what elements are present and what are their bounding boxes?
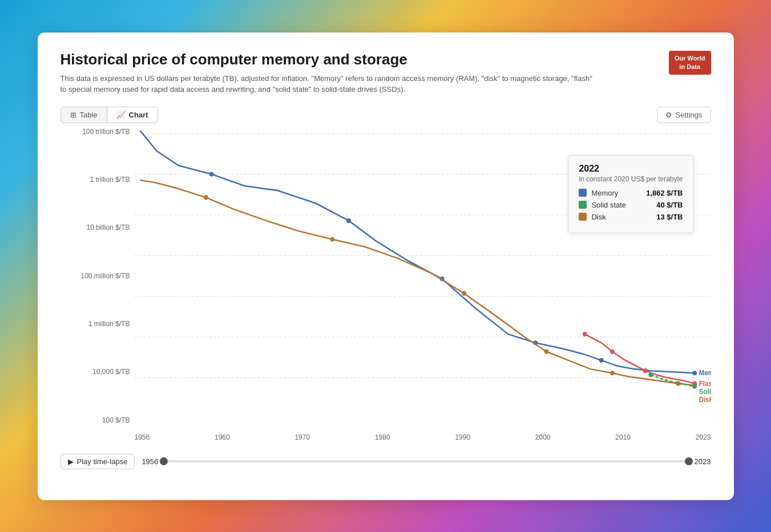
- start-year-label: 1956: [142, 457, 158, 466]
- tooltip-disk-name: Disk: [591, 213, 652, 221]
- slider-thumb-left[interactable]: [160, 457, 168, 465]
- y-label-4: 100 million $/TB: [80, 272, 130, 280]
- svg-point-25: [692, 384, 697, 388]
- memory-swatch: [579, 189, 587, 197]
- flash-end-label: Flash: [699, 379, 711, 387]
- toolbar: ⊞ Table 📈 Chart ⚙ Settings: [60, 107, 711, 123]
- svg-point-21: [610, 349, 615, 354]
- svg-point-16: [544, 349, 548, 354]
- tab-group: ⊞ Table 📈 Chart: [60, 107, 158, 123]
- svg-point-13: [204, 195, 208, 200]
- header-left: Historical price of computer memory and …: [60, 51, 660, 95]
- solidstate-end-label: Solid state: [699, 387, 711, 395]
- owid-logo: Our World in Data: [669, 51, 711, 75]
- y-axis: 100 trillion $/TB 1 trillion $/TB 10 bil…: [60, 128, 135, 424]
- main-card: Historical price of computer memory and …: [38, 33, 734, 500]
- svg-point-15: [462, 291, 466, 295]
- y-label-3: 10 billion $/TB: [86, 224, 130, 232]
- svg-point-7: [209, 172, 213, 176]
- tooltip-row-memory: Memory 1,862 $/TB: [579, 189, 683, 197]
- memory-end-label: Memory: [699, 369, 711, 377]
- x-label-1980: 1980: [375, 433, 390, 441]
- tooltip-disk-value: 13 $/TB: [656, 213, 683, 221]
- tooltip-subtitle: in constant 2020 US$ per terabyte: [579, 175, 683, 183]
- chart-plot: Memory Flash Solid state Disk 2022 in co…: [135, 128, 711, 424]
- play-icon: ▶: [68, 457, 74, 466]
- tooltip-row-disk: Disk 13 $/TB: [579, 213, 683, 221]
- slider-track[interactable]: [164, 460, 688, 462]
- chart-icon: 📈: [116, 111, 126, 119]
- tooltip-memory-name: Memory: [591, 189, 641, 197]
- tooltip-box: 2022 in constant 2020 US$ per terabyte M…: [568, 155, 693, 233]
- end-year-label: 2023: [695, 457, 711, 466]
- x-label-2010: 2010: [615, 433, 631, 441]
- svg-point-20: [582, 332, 587, 336]
- play-button[interactable]: ▶ Play time-lapse: [60, 454, 135, 469]
- slider-thumb-right[interactable]: [685, 457, 693, 465]
- y-label-7: 100 $/TB: [102, 416, 130, 424]
- x-label-2000: 2000: [535, 433, 551, 441]
- tab-chart[interactable]: 📈 Chart: [107, 107, 158, 123]
- tooltip-memory-value: 1,862 $/TB: [646, 189, 683, 197]
- svg-point-12: [692, 371, 697, 375]
- header: Historical price of computer memory and …: [60, 51, 711, 95]
- svg-point-11: [599, 358, 603, 362]
- timebar: ▶ Play time-lapse 1956 2023: [60, 454, 711, 469]
- svg-point-8: [346, 218, 351, 223]
- x-label-1960: 1960: [215, 433, 230, 441]
- tooltip-year: 2022: [579, 164, 683, 174]
- svg-point-22: [643, 368, 647, 373]
- svg-point-14: [330, 237, 334, 241]
- time-slider[interactable]: 1956 2023: [142, 457, 711, 466]
- solidstate-swatch: [579, 201, 587, 209]
- x-label-1956: 1956: [135, 433, 150, 441]
- x-axis: 1956 1960 1970 1980 1990 2000 2010 2023: [135, 433, 711, 441]
- tooltip-solidstate-value: 40 $/TB: [656, 201, 683, 209]
- chart-area: 100 trillion $/TB 1 trillion $/TB 10 bil…: [60, 128, 711, 447]
- settings-button[interactable]: ⚙ Settings: [657, 107, 711, 123]
- tab-table[interactable]: ⊞ Table: [61, 107, 107, 123]
- y-label-1: 100 trillion $/TB: [82, 128, 130, 136]
- y-label-6: 10,000 $/TB: [92, 368, 130, 376]
- table-icon: ⊞: [70, 111, 76, 119]
- disk-swatch: [579, 213, 587, 221]
- page-subtitle: This data is expressed in US dollars per…: [60, 73, 597, 95]
- tooltip-row-solidstate: Solid state 40 $/TB: [579, 201, 683, 209]
- svg-point-17: [610, 371, 615, 375]
- disk-end-label: Disk: [699, 396, 711, 404]
- tooltip-solidstate-name: Solid state: [591, 201, 652, 209]
- y-label-5: 1 million $/TB: [88, 320, 130, 328]
- y-label-2: 1 trillion $/TB: [90, 176, 130, 184]
- gear-icon: ⚙: [665, 111, 672, 119]
- page-title: Historical price of computer memory and …: [60, 51, 660, 68]
- x-label-2023: 2023: [696, 433, 711, 441]
- svg-point-24: [648, 372, 653, 377]
- x-label-1970: 1970: [294, 433, 310, 441]
- x-label-1990: 1990: [455, 433, 470, 441]
